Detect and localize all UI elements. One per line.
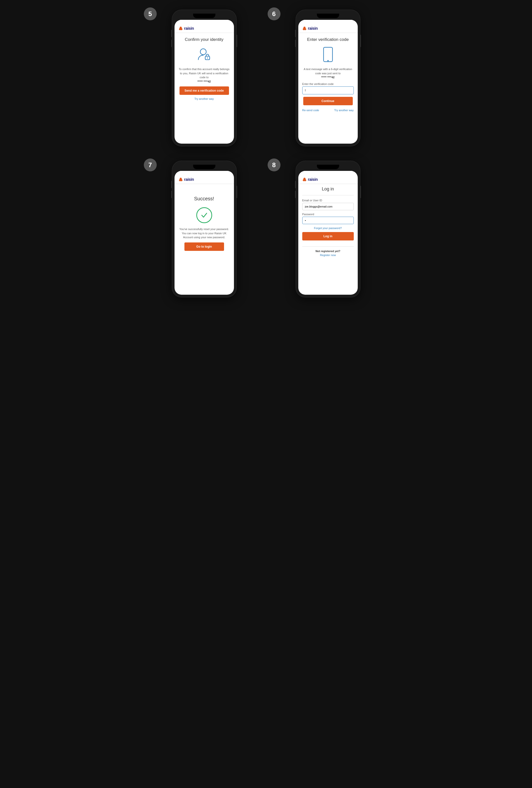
side-button-right-7: [237, 186, 237, 198]
success-icon: [196, 207, 212, 223]
resend-code-link[interactable]: Re-send code: [302, 109, 319, 112]
side-button-bottom-left-8: [295, 191, 296, 198]
register-section: Not registered yet? Register now: [302, 247, 354, 257]
step-6-screen: raisin Enter verification code A text me…: [298, 20, 358, 144]
main-grid: 5 raisin Confirm y: [147, 10, 385, 297]
svg-rect-3: [324, 47, 332, 62]
side-button-top-left-7: [171, 181, 172, 188]
notch-bar: [175, 13, 234, 19]
step-6-wrapper: 6 raisin Enter ver: [271, 10, 385, 146]
raisin-logo-8: raisin: [302, 177, 318, 182]
svg-point-2: [207, 57, 208, 58]
step-5-screen: raisin Confirm your identity: [175, 20, 234, 144]
login-button[interactable]: Log in: [302, 232, 354, 240]
screen-5-content: Confirm your identity To confirm that th…: [175, 33, 234, 104]
raisin-text-8: raisin: [308, 177, 318, 182]
screen-7-content: Success! You've successfully reset your …: [175, 184, 234, 257]
side-button-bottom-left: [171, 40, 172, 47]
logo-bar: raisin: [175, 24, 234, 33]
side-button-right-6: [360, 35, 361, 47]
raisin-icon: [179, 26, 183, 31]
screen-6-body: A text message with a 6-digit verificati…: [302, 67, 354, 79]
raisin-text-6: raisin: [308, 26, 318, 31]
status-bar-8: [298, 171, 358, 175]
step-6-badge: 6: [268, 7, 281, 20]
side-button-top-left: [171, 30, 172, 37]
screen-5-title: Confirm your identity: [185, 37, 224, 42]
raisin-icon-7: [179, 177, 183, 182]
notch: [193, 14, 216, 18]
step-5-wrapper: 5 raisin Confirm y: [147, 10, 261, 146]
raisin-icon-6: [302, 26, 307, 31]
screen-5-body: To confirm that this account really belo…: [179, 67, 230, 83]
raisin-text-7: raisin: [184, 177, 194, 182]
raisin-icon-8: [302, 177, 307, 182]
notch-bar-8: [298, 163, 358, 170]
notch-bar-7: [175, 163, 234, 170]
screen-7-title: Success!: [194, 195, 214, 202]
login-title: Log in: [302, 186, 354, 192]
raisin-logo-6: raisin: [302, 26, 318, 31]
logo-bar-7: raisin: [175, 175, 234, 184]
notch-8: [317, 165, 339, 169]
send-code-button[interactable]: Send me a verification code: [180, 86, 229, 95]
register-now-link[interactable]: Register now: [320, 254, 336, 257]
step-5-badge: 5: [144, 7, 157, 20]
svg-point-4: [327, 60, 328, 61]
password-group: Password: [302, 213, 354, 224]
forgot-password-link[interactable]: Forgot your password?: [302, 226, 354, 230]
step-7-screen: raisin Success! You've successfully rese…: [175, 171, 234, 295]
svg-point-0: [200, 49, 206, 55]
status-bar-6: [298, 20, 358, 24]
notch-6: [317, 14, 339, 18]
screen-7-body: You've successfully reset your password.…: [179, 227, 230, 239]
step-7-badge: 7: [144, 158, 157, 171]
email-input[interactable]: [302, 203, 354, 210]
identity-icon: [196, 47, 212, 64]
side-button-right: [237, 35, 237, 47]
raisin-text-5: raisin: [184, 26, 194, 31]
notch-7: [193, 165, 216, 169]
links-row-6: Re-send code Try another way: [302, 109, 354, 112]
step-8-screen: raisin Log in Email or User ID Password …: [298, 171, 358, 295]
verification-code-input[interactable]: [302, 86, 354, 94]
email-label: Email or User ID: [302, 199, 354, 202]
register-label: Not registered yet?: [302, 250, 354, 253]
continue-button[interactable]: Continue: [303, 97, 353, 105]
notch-bar-6: [298, 13, 358, 19]
logo-bar-8: raisin: [298, 175, 358, 184]
side-button-bottom-left-6: [295, 40, 296, 47]
step-6-phone: raisin Enter verification code A text me…: [296, 10, 360, 146]
step-7-phone: raisin Success! You've successfully rese…: [172, 161, 237, 297]
password-input[interactable]: [302, 217, 354, 224]
password-label: Password: [302, 213, 354, 216]
side-button-right-8: [360, 186, 361, 198]
code-input-label: Enter the verification code: [302, 82, 354, 85]
step-5-phone: raisin Confirm your identity: [172, 10, 237, 146]
try-another-way-link-5[interactable]: Try another way: [194, 97, 213, 100]
raisin-logo-7: raisin: [179, 177, 194, 182]
raisin-logo: raisin: [179, 26, 194, 31]
side-button-bottom-left-7: [171, 191, 172, 198]
side-button-top-left-8: [295, 181, 296, 188]
phone-icon: [322, 47, 334, 64]
email-group: Email or User ID: [302, 199, 354, 210]
go-to-login-button[interactable]: Go to login: [184, 242, 224, 251]
logo-bar-6: raisin: [298, 24, 358, 33]
try-another-way-link-6[interactable]: Try another way: [334, 109, 353, 112]
status-bar-7: [175, 171, 234, 175]
status-bar: [175, 20, 234, 24]
step-8-wrapper: 8 raisin Log in: [271, 161, 385, 297]
side-button-top-left-6: [295, 30, 296, 37]
screen-6-content: Enter verification code A text message w…: [298, 33, 358, 116]
step-7-wrapper: 7 raisin Success!: [147, 161, 261, 297]
step-8-phone: raisin Log in Email or User ID Password …: [296, 161, 360, 297]
screen-6-title: Enter verification code: [307, 37, 349, 42]
step-8-badge: 8: [268, 158, 281, 171]
screen-8-content: Log in Email or User ID Password Forgot …: [298, 184, 358, 259]
